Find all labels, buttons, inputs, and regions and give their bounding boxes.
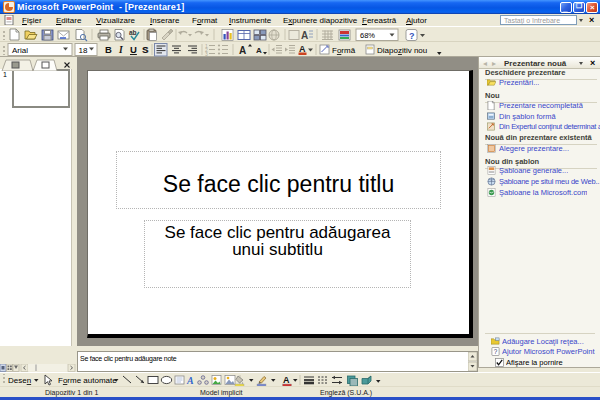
svg-text:I: I [118, 45, 123, 55]
svg-text:Forme automate: Forme automate [58, 376, 117, 385]
svg-text:A: A [239, 45, 246, 56]
svg-text:68%: 68% [360, 31, 375, 40]
svg-text:A: A [301, 30, 308, 41]
svg-text:ab: ab [129, 29, 137, 36]
svg-text:U: U [130, 44, 137, 55]
svg-text:S: S [142, 44, 148, 55]
svg-text:B: B [105, 44, 112, 55]
svg-text:A: A [283, 375, 290, 385]
svg-text:3: 3 [205, 51, 208, 57]
svg-text:Arial: Arial [12, 46, 28, 55]
svg-text:A: A [186, 375, 194, 386]
svg-text:A: A [256, 46, 262, 55]
svg-text:18: 18 [79, 46, 88, 55]
svg-text:Diapozitiv nou: Diapozitiv nou [377, 46, 427, 55]
svg-text:Desen: Desen [8, 376, 31, 385]
svg-text:Formă: Formă [332, 46, 356, 55]
svg-text:A: A [299, 44, 306, 54]
svg-text:?: ? [409, 31, 415, 41]
svg-text:?: ? [494, 348, 498, 355]
